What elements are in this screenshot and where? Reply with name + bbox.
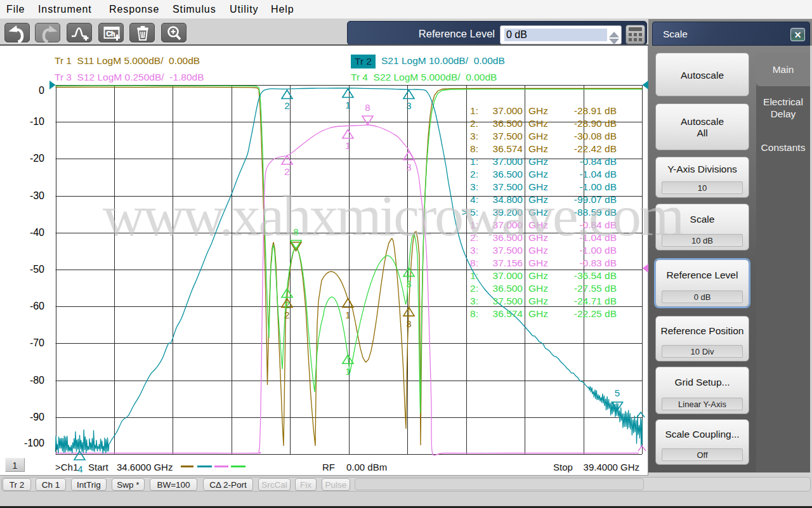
svg-text:Ch: Ch bbox=[107, 30, 115, 37]
